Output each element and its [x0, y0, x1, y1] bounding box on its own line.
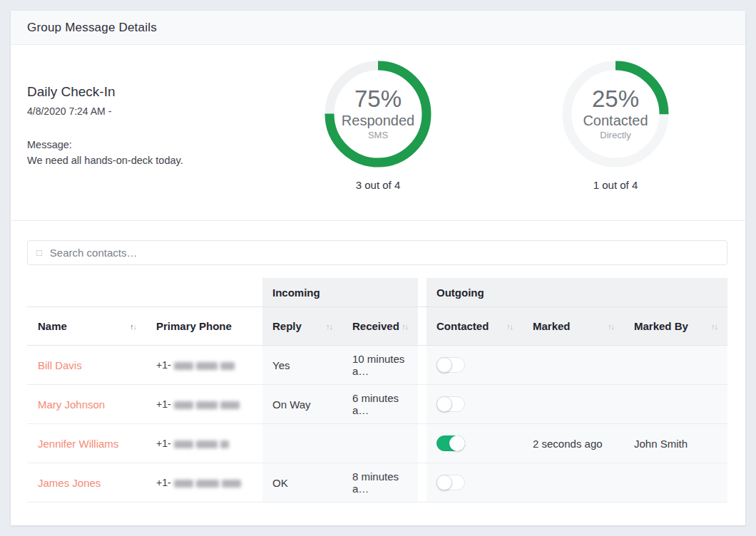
- message-text: We need all hands-on-deck today.: [27, 153, 325, 168]
- phone-blurred-digits: [171, 359, 235, 371]
- responded-label: Responded: [342, 111, 414, 130]
- sort-icon-name[interactable]: ↑↓: [130, 322, 136, 331]
- reply-value: [262, 424, 342, 463]
- received-value: 6 minutes a…: [342, 385, 418, 423]
- contacted-percent: 25%: [592, 87, 639, 111]
- column-header-marked-by: Marked By ↑↓: [624, 307, 727, 345]
- search-section: □: [11, 221, 745, 278]
- group-header-outgoing: Outgoing: [426, 278, 727, 306]
- responded-count-caption: 3 out of 4: [325, 179, 431, 191]
- primary-phone-value: +1-: [146, 346, 262, 384]
- table-row: Jennifer Williams +1- 2 seconds ago John…: [27, 424, 727, 463]
- sort-icon-received[interactable]: ↑↓: [402, 322, 408, 331]
- contact-name-link[interactable]: Jennifer Williams: [38, 438, 118, 450]
- message-summary: Daily Check-In 4/8/2020 7:24 AM - Messag…: [11, 45, 325, 220]
- sort-icon-reply[interactable]: ↑↓: [326, 322, 332, 331]
- table-row: Mary Johnson +1- On Way 6 minutes a…: [27, 385, 727, 424]
- group-header-incoming: Incoming: [262, 278, 418, 306]
- contact-name-link[interactable]: Mary Johnson: [38, 398, 105, 411]
- contacts-table: Incoming Outgoing Name ↑↓ Primary Phone …: [27, 278, 727, 502]
- message-title: Daily Check-In: [27, 84, 325, 100]
- column-header-reply: Reply ↑↓: [262, 307, 342, 345]
- table-row: Bill Davis +1- Yes 10 minutes a…: [27, 346, 727, 385]
- card-header: Group Message Details: [11, 11, 745, 45]
- search-input[interactable]: [50, 247, 718, 259]
- received-value: 8 minutes a…: [342, 463, 418, 502]
- contact-name-link[interactable]: James Jones: [38, 477, 101, 489]
- marked-value: 2 seconds ago: [523, 424, 624, 463]
- sort-icon-marked[interactable]: ↑↓: [608, 322, 614, 331]
- column-header-primary-phone: Primary Phone: [146, 307, 262, 345]
- received-value: [342, 424, 418, 463]
- column-header-name: Name ↑↓: [27, 307, 146, 345]
- primary-phone-value: +1-: [146, 463, 262, 502]
- reply-value: OK: [262, 463, 342, 502]
- marked-value: [523, 385, 624, 423]
- primary-phone-value: +1-: [146, 385, 262, 423]
- reply-value: Yes: [262, 346, 342, 384]
- phone-blurred-digits: [171, 438, 229, 449]
- received-value: 10 minutes a…: [342, 346, 418, 384]
- responded-percent: 75%: [354, 87, 402, 111]
- column-header-marked: Marked ↑↓: [523, 307, 624, 345]
- contact-name-link[interactable]: Bill Davis: [38, 359, 82, 371]
- search-box[interactable]: □: [27, 240, 727, 265]
- phone-blurred-digits: [171, 398, 240, 410]
- contacted-toggle[interactable]: [436, 436, 465, 451]
- sort-icon-contacted[interactable]: ↑↓: [506, 322, 513, 331]
- contacted-sublabel: Directly: [600, 130, 630, 141]
- contacted-toggle[interactable]: [436, 396, 465, 412]
- sort-icon-marked-by[interactable]: ↑↓: [711, 322, 717, 331]
- table-row: James Jones +1- OK 8 minutes a…: [27, 463, 727, 502]
- marked-by-value: [624, 346, 727, 384]
- message-date-range: 4/8/2020 7:24 AM -: [27, 105, 325, 117]
- column-header-contacted: Contacted ↑↓: [426, 307, 523, 345]
- message-label: Message:: [27, 137, 325, 153]
- contacted-toggle[interactable]: [436, 357, 465, 373]
- marked-value: [523, 463, 624, 502]
- contacted-count-caption: 1 out of 4: [562, 179, 669, 191]
- group-header-spacer: [27, 278, 262, 306]
- phone-blurred-digits: [171, 477, 241, 488]
- responded-donut-block: 75% Responded SMS 3 out of 4: [325, 45, 431, 220]
- group-message-details-card: Group Message Details Daily Check-In 4/8…: [11, 11, 745, 525]
- page-title: Group Message Details: [27, 21, 157, 35]
- table-group-header-row: Incoming Outgoing: [27, 278, 727, 306]
- contacted-toggle[interactable]: [436, 475, 465, 490]
- table-column-header-row: Name ↑↓ Primary Phone Reply ↑↓ Received …: [27, 306, 727, 346]
- search-icon: □: [36, 247, 42, 258]
- marked-by-value: [624, 385, 727, 423]
- marked-by-value: [624, 463, 727, 502]
- contacted-label: Contacted: [583, 111, 648, 130]
- marked-by-value: John Smith: [624, 424, 727, 463]
- summary-section: Daily Check-In 4/8/2020 7:24 AM - Messag…: [11, 45, 745, 221]
- primary-phone-value: +1-: [146, 424, 262, 463]
- contacted-donut-block: 25% Contacted Directly 1 out of 4: [562, 45, 669, 220]
- reply-value: On Way: [262, 385, 342, 423]
- responded-sublabel: SMS: [368, 130, 388, 141]
- column-header-received: Received ↑↓: [342, 307, 418, 345]
- marked-value: [523, 346, 624, 384]
